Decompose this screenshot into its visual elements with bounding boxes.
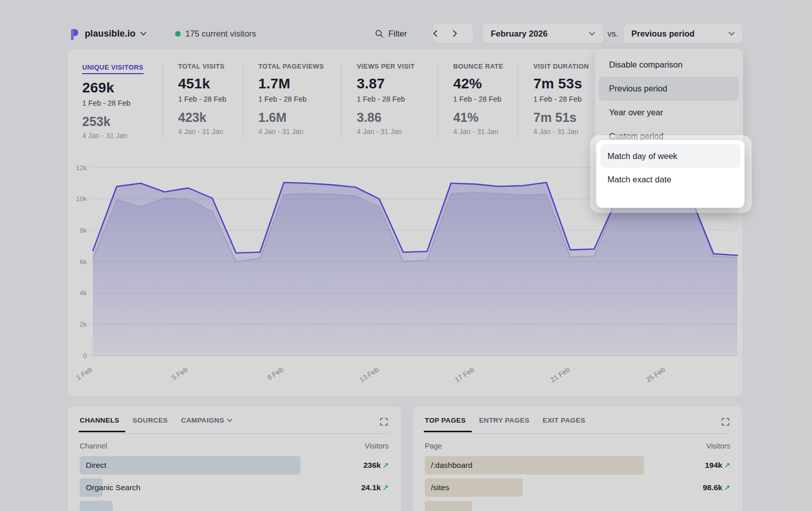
plausible-dashboard: plausible.io 175 current visitors Filter [0,0,812,511]
match-options-card: Match day of week Match exact date [596,140,745,208]
menu-item-match-exact-date[interactable]: Match exact date [600,168,740,191]
menu-item-match-day-of-week[interactable]: Match day of week [600,144,740,168]
dim-overlay [0,0,812,511]
